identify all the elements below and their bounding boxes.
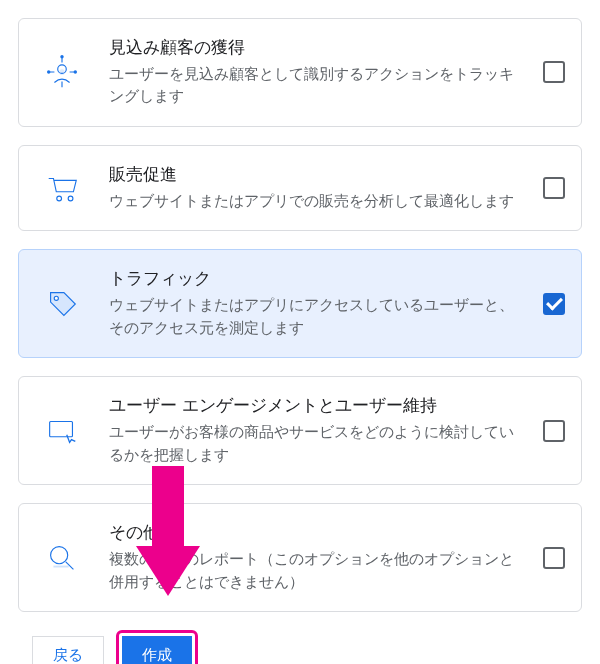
lead-icon xyxy=(33,53,91,91)
back-button[interactable]: 戻る xyxy=(32,636,104,664)
option-desc: 複数の種類のレポート（このオプションを他のオプションと併用することはできません） xyxy=(109,548,523,593)
svg-point-1 xyxy=(59,70,65,76)
option-engagement-check[interactable] xyxy=(541,420,567,442)
svg-point-6 xyxy=(68,196,73,201)
svg-point-2 xyxy=(47,71,50,74)
option-engagement-text: ユーザー エンゲージメントとユーザー維持 ユーザーがお客様の商品やサービスをどの… xyxy=(109,395,523,466)
option-traffic[interactable]: トラフィック ウェブサイトまたはアプリにアクセスしているユーザーと、そのアクセス… xyxy=(18,249,582,358)
option-title: トラフィック xyxy=(109,268,523,290)
create-button-label: 作成 xyxy=(142,646,172,663)
option-lead-check[interactable] xyxy=(541,61,567,83)
checkbox-unchecked[interactable] xyxy=(543,420,565,442)
magnifier-icon xyxy=(33,539,91,577)
svg-rect-8 xyxy=(50,421,73,436)
option-title: 販売促進 xyxy=(109,164,523,186)
option-traffic-text: トラフィック ウェブサイトまたはアプリにアクセスしているユーザーと、そのアクセス… xyxy=(109,268,523,339)
option-lead-text: 見込み顧客の獲得 ユーザーを見込み顧客として識別するアクションをトラッキングしま… xyxy=(109,37,523,108)
option-desc: ウェブサイトまたはアプリでの販売を分析して最適化します xyxy=(109,190,523,212)
option-desc: ユーザーがお客様の商品やサービスをどのように検討しているかを把握します xyxy=(109,421,523,466)
option-other-text: その他 複数の種類のレポート（このオプションを他のオプションと併用することはでき… xyxy=(109,522,523,593)
screen-click-icon xyxy=(33,412,91,450)
footer-actions: 戻る 作成 xyxy=(18,630,582,664)
svg-rect-10 xyxy=(53,565,68,567)
option-title: ユーザー エンゲージメントとユーザー維持 xyxy=(109,395,523,417)
option-traffic-check[interactable] xyxy=(541,293,567,315)
svg-point-7 xyxy=(54,296,58,300)
option-other[interactable]: その他 複数の種類のレポート（このオプションを他のオプションと併用することはでき… xyxy=(18,503,582,612)
option-sales-check[interactable] xyxy=(541,177,567,199)
svg-point-5 xyxy=(57,196,62,201)
option-engagement[interactable]: ユーザー エンゲージメントとユーザー維持 ユーザーがお客様の商品やサービスをどの… xyxy=(18,376,582,485)
option-sales[interactable]: 販売促進 ウェブサイトまたはアプリでの販売を分析して最適化します xyxy=(18,145,582,231)
option-other-check[interactable] xyxy=(541,547,567,569)
svg-point-4 xyxy=(60,56,63,59)
create-button[interactable]: 作成 xyxy=(122,636,192,664)
svg-point-9 xyxy=(51,546,68,563)
option-desc: ユーザーを見込み顧客として識別するアクションをトラッキングします xyxy=(109,63,523,108)
option-desc: ウェブサイトまたはアプリにアクセスしているユーザーと、そのアクセス元を測定します xyxy=(109,294,523,339)
checkbox-unchecked[interactable] xyxy=(543,547,565,569)
checkbox-checked[interactable] xyxy=(543,293,565,315)
option-lead[interactable]: 見込み顧客の獲得 ユーザーを見込み顧客として識別するアクションをトラッキングしま… xyxy=(18,18,582,127)
svg-point-3 xyxy=(74,71,77,74)
cart-icon xyxy=(33,169,91,207)
option-title: 見込み顧客の獲得 xyxy=(109,37,523,59)
option-title: その他 xyxy=(109,522,523,544)
checkbox-unchecked[interactable] xyxy=(543,177,565,199)
checkbox-unchecked[interactable] xyxy=(543,61,565,83)
option-sales-text: 販売促進 ウェブサイトまたはアプリでの販売を分析して最適化します xyxy=(109,164,523,212)
tag-icon xyxy=(33,285,91,323)
